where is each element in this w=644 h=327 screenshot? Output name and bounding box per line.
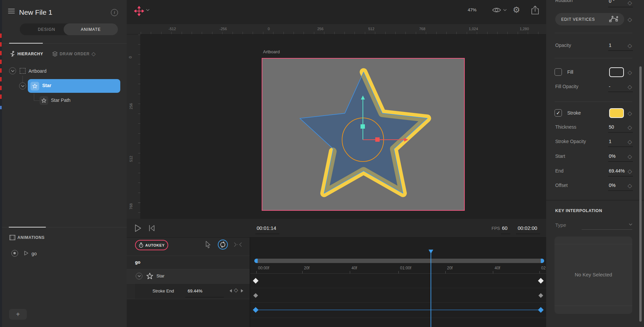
stroke-color-swatch[interactable] (609, 108, 624, 118)
current-time-field[interactable]: 00:01:14 (257, 225, 276, 231)
stroke-checkbox[interactable]: ✓ (555, 109, 562, 117)
canvas-stage[interactable]: 47% ⚙ -512 -256 0 256 512 768 1,024 1,28… (127, 0, 546, 219)
offset-label: Offset (555, 183, 568, 188)
rive-editor-window: New File 1 i DESIGN ANIMATE HIERARCHY DR… (0, 0, 644, 327)
end-field[interactable]: 69.44% (609, 168, 625, 174)
rotation-label: Rotation (555, 0, 573, 3)
tree-row-star-path[interactable]: Star Path (2, 96, 127, 106)
menu-icon[interactable] (8, 7, 15, 15)
timeline-panel: 00:01:14 FPS 60 00:02:00 AUTOKEY (127, 219, 546, 327)
timeline-grid[interactable]: 00:00f 20f 40f 01:00f 20f 40f 02 (250, 238, 546, 327)
star-track-row[interactable]: Star (127, 269, 250, 283)
property-value-field[interactable]: 69.44% (188, 288, 202, 293)
thickness-keyframe-icon[interactable]: ◇ (628, 124, 632, 131)
tree-row-star[interactable]: Star (28, 79, 120, 93)
tab-draw-order[interactable]: DRAW ORDER (60, 52, 89, 56)
keyframe[interactable] (253, 278, 259, 284)
add-key-icon[interactable]: ◇ (234, 287, 238, 293)
keyframe[interactable] (538, 307, 544, 313)
tree-row-artboard[interactable]: Artboard (2, 66, 127, 76)
fit-timeline-icon[interactable] (234, 242, 242, 247)
cursor-tool-icon[interactable] (205, 241, 211, 248)
panel-resize-indicator[interactable] (9, 227, 46, 227)
left-edge-strip (0, 0, 2, 327)
animation-track-name: go (135, 260, 140, 265)
thickness-field[interactable]: 50 (609, 124, 614, 130)
scrub-handle-left[interactable] (254, 259, 258, 263)
skip-to-start-button[interactable] (149, 225, 155, 232)
stroke-opacity-field[interactable]: 1 (609, 139, 611, 144)
info-icon[interactable]: i (111, 9, 118, 16)
prev-key-icon[interactable] (229, 289, 232, 293)
start-field[interactable]: 0% (609, 153, 616, 159)
stroke-opacity-keyframe-icon[interactable]: ◇ (628, 138, 632, 145)
offset-keyframe-icon[interactable]: ◇ (628, 182, 632, 189)
start-label: Start (555, 153, 565, 159)
play-icon[interactable] (24, 251, 28, 256)
tree-label-artboard: Artboard (28, 68, 47, 74)
tree-label-star-path: Star Path (51, 97, 70, 103)
keyframe[interactable] (538, 278, 544, 284)
opacity-keyframe-icon[interactable]: ◇ (628, 42, 632, 49)
fill-label: Fill (567, 69, 573, 75)
keyframe[interactable] (538, 293, 543, 298)
keyframe[interactable] (253, 293, 258, 298)
interpolation-graph-card: No Key Selected (555, 237, 632, 314)
autokey-toggle[interactable]: AUTOKEY (135, 240, 168, 250)
stroke-opacity-label: Stroke Opacity (555, 139, 586, 144)
play-button[interactable] (135, 224, 141, 232)
vertices-keyframe-icon[interactable]: ◇ (628, 16, 632, 23)
panel-resize-indicator[interactable] (9, 43, 43, 44)
offset-field[interactable]: 0% (609, 183, 616, 188)
loop-toggle-icon[interactable] (218, 240, 228, 250)
playhead-line[interactable] (431, 252, 431, 327)
fill-opacity-keyframe-icon[interactable]: ◇ (628, 83, 632, 90)
star-artwork[interactable] (127, 0, 546, 219)
rotation-field[interactable]: 0 ° (609, 0, 615, 4)
edit-vertices-button[interactable]: EDIT VERTICES (555, 13, 624, 25)
timeline-scrubber[interactable] (254, 259, 544, 263)
fps-field[interactable]: 60 (502, 225, 508, 231)
next-key-icon[interactable] (241, 289, 244, 293)
fill-checkbox[interactable] (555, 68, 562, 76)
star-icon (30, 82, 39, 90)
rotation-keyframe-icon[interactable]: ◇ (628, 0, 632, 6)
opacity-field[interactable]: 1 (609, 43, 611, 48)
scrub-handle-right[interactable] (541, 259, 544, 263)
fill-color-swatch[interactable] (609, 67, 624, 77)
start-keyframe-icon[interactable]: ◇ (628, 153, 632, 160)
animation-list-item[interactable]: go (2, 248, 127, 260)
gizmo-x-handle[interactable] (375, 137, 380, 142)
end-label: End (555, 168, 564, 174)
animation-name: go (31, 251, 37, 256)
inspector-scrollbar[interactable] (639, 66, 642, 322)
stroke-keyframe-icon[interactable]: ◇ (628, 110, 632, 117)
left-sidebar: New File 1 i DESIGN ANIMATE HIERARCHY DR… (2, 0, 127, 327)
keyframe[interactable] (253, 307, 259, 313)
stopwatch-icon (139, 243, 143, 248)
tab-hierarchy[interactable]: HIERARCHY (17, 52, 43, 56)
layers-icon (52, 51, 58, 57)
keyframe-span-line (256, 310, 541, 310)
property-track-row[interactable]: Stroke End 69.44% ◇ (135, 283, 250, 299)
animation-track-row[interactable]: go (127, 256, 250, 269)
tab-animate[interactable]: ANIMATE (64, 23, 118, 35)
draw-order-keyframe-icon[interactable]: ◇ (91, 51, 95, 57)
interp-type-chevron-icon[interactable] (629, 223, 632, 225)
fill-opacity-field[interactable]: - (609, 84, 610, 89)
thickness-label: Thickness (555, 124, 576, 130)
chevron-down-icon[interactable] (19, 82, 26, 89)
end-keyframe-icon[interactable]: ◇ (628, 168, 632, 175)
chevron-down-icon[interactable] (9, 67, 16, 74)
animations-icon (9, 235, 15, 240)
add-animation-button[interactable]: + (9, 309, 27, 320)
gizmo-y-handle[interactable] (361, 124, 365, 129)
duration-field[interactable]: 00:02:00 (518, 225, 537, 231)
animations-header: ANIMATIONS (17, 235, 45, 240)
radio-selected-icon[interactable] (11, 250, 18, 257)
file-title: New File 1 (19, 8, 52, 16)
chevron-down-icon[interactable] (136, 273, 142, 279)
playback-controls: 00:01:14 FPS 60 00:02:00 (127, 219, 546, 238)
fill-keyframe-icon[interactable]: ◇ (628, 69, 632, 76)
fill-opacity-label: Fill Opacity (555, 84, 578, 89)
